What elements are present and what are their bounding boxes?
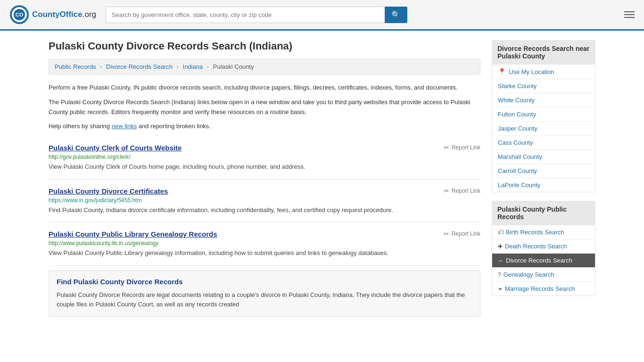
link-items: Pulaski County Clerk of Courts Website ✂… bbox=[49, 136, 480, 266]
public-records-header: Pulaski County Public Records bbox=[492, 201, 595, 225]
nearby-link-4[interactable]: Cass County bbox=[498, 139, 533, 146]
logo-icon: CO bbox=[9, 5, 29, 25]
find-section-desc: Pulaski County Divorce Records are legal… bbox=[57, 290, 472, 310]
nearby-link-6[interactable]: Carroll County bbox=[498, 167, 537, 174]
main-content: Pulaski County Divorce Records Search (I… bbox=[49, 40, 480, 317]
menu-button[interactable] bbox=[624, 11, 635, 18]
intro-p3: Help others by sharing new links and rep… bbox=[49, 122, 480, 132]
nearby-item[interactable]: Starke County bbox=[492, 79, 595, 93]
public-records-section: Pulaski County Public Records 🏷Birth Rec… bbox=[492, 201, 595, 296]
breadcrumb-link-indiana[interactable]: Indiana bbox=[183, 63, 203, 70]
public-records-link-2[interactable]: Divorce Records Search bbox=[506, 257, 572, 264]
link-url-0[interactable]: http://gov.pulaskionline.org/clerk/ bbox=[49, 154, 480, 160]
find-section: Find Pulaski County Divorce Records Pula… bbox=[49, 271, 480, 317]
report-icon-0: ✂ bbox=[444, 144, 449, 151]
public-records-link-0[interactable]: Birth Records Search bbox=[506, 229, 564, 236]
link-desc-2: View Pulaski County Public Library genea… bbox=[49, 248, 480, 258]
public-records-item[interactable]: 🏷Birth Records Search bbox=[492, 225, 595, 239]
link-item: Pulaski County Public Library Genealogy … bbox=[49, 222, 480, 266]
nearby-link-0[interactable]: Starke County bbox=[498, 82, 537, 90]
link-url-1[interactable]: https://www.in.gov/judiciary/5455.htm bbox=[49, 197, 480, 204]
sidebar: Divorce Records Search near Pulaski Coun… bbox=[492, 40, 595, 317]
nearby-list: 📍 Use My Location Starke CountyWhite Cou… bbox=[492, 65, 595, 192]
link-url-anchor-2[interactable]: http://www.pulaskicounty.lib.in.us/genea… bbox=[49, 240, 158, 247]
link-title-0[interactable]: Pulaski County Clerk of Courts Website bbox=[49, 144, 182, 152]
rec-icon-0: 🏷 bbox=[498, 229, 504, 236]
nearby-link-5[interactable]: Marshall County bbox=[498, 153, 542, 160]
link-desc-0: View Pulaski County Clerk of Courts home… bbox=[49, 162, 480, 172]
report-link-btn-2[interactable]: ✂ Report Link bbox=[444, 230, 480, 238]
public-records-list: 🏷Birth Records Search✚Death Records Sear… bbox=[492, 225, 595, 296]
find-section-title: Find Pulaski County Divorce Records bbox=[57, 278, 472, 286]
public-records-link-1[interactable]: Death Records Search bbox=[505, 243, 567, 250]
nearby-item[interactable]: Jasper County bbox=[492, 122, 595, 136]
search-button[interactable]: 🔍 bbox=[385, 7, 407, 23]
link-title-1[interactable]: Pulaski County Divorce Certificates bbox=[49, 187, 168, 195]
breadcrumb: Public Records › Divorce Records Search … bbox=[49, 59, 480, 74]
link-item: Pulaski County Clerk of Courts Website ✂… bbox=[49, 136, 480, 180]
link-desc-1: Find Pulaski County, Indiana divorce cer… bbox=[49, 206, 480, 215]
breadcrumb-link-public-records[interactable]: Public Records bbox=[55, 63, 96, 70]
nearby-link-1[interactable]: White County bbox=[498, 97, 535, 104]
breadcrumb-link-divorce-records-search[interactable]: Divorce Records Search bbox=[106, 63, 173, 70]
nearby-header: Divorce Records Search near Pulaski Coun… bbox=[492, 40, 595, 65]
rec-icon-2: ↔ bbox=[498, 257, 504, 264]
report-link-btn-1[interactable]: ✂ Report Link bbox=[444, 187, 480, 195]
public-records-item[interactable]: ✚Death Records Search bbox=[492, 239, 595, 254]
use-location-item[interactable]: 📍 Use My Location bbox=[492, 65, 595, 79]
page-title: Pulaski County Divorce Records Search (I… bbox=[49, 40, 480, 52]
new-links-link[interactable]: new links bbox=[112, 123, 137, 130]
rec-icon-1: ✚ bbox=[498, 243, 503, 250]
report-icon-2: ✂ bbox=[444, 230, 449, 238]
nearby-link-3[interactable]: Jasper County bbox=[498, 125, 537, 132]
logo-text: CountyOffice.org bbox=[32, 10, 96, 19]
search-bar: 🔍 bbox=[106, 7, 407, 23]
nearby-item[interactable]: Fulton County bbox=[492, 107, 595, 122]
svg-text:CO: CO bbox=[16, 12, 24, 17]
nearby-link-7[interactable]: LaPorte County bbox=[498, 181, 540, 189]
nearby-item[interactable]: LaPorte County bbox=[492, 178, 595, 192]
site-header: CO CountyOffice.org 🔍 bbox=[0, 0, 644, 31]
nearby-item[interactable]: Marshall County bbox=[492, 150, 595, 164]
logo[interactable]: CO CountyOffice.org bbox=[9, 5, 96, 25]
nearby-item[interactable]: Cass County bbox=[492, 136, 595, 150]
main-wrap: Pulaski County Divorce Records Search (I… bbox=[39, 31, 605, 326]
report-link-btn-0[interactable]: ✂ Report Link bbox=[444, 144, 480, 151]
report-icon-1: ✂ bbox=[444, 187, 449, 195]
pin-icon: 📍 bbox=[498, 68, 506, 75]
nearby-link-2[interactable]: Fulton County bbox=[498, 111, 536, 118]
breadcrumb-current: Pulaski County bbox=[213, 63, 254, 70]
rec-icon-4: ⚭ bbox=[498, 286, 503, 292]
public-records-link-4[interactable]: Marriage Records Search bbox=[505, 285, 575, 292]
public-records-item[interactable]: ↔Divorce Records Search bbox=[492, 254, 595, 268]
nearby-item[interactable]: Carroll County bbox=[492, 164, 595, 178]
intro-p1: Perform a free Pulaski County, IN public… bbox=[49, 83, 480, 93]
hamburger-icon bbox=[624, 11, 635, 18]
link-title-2[interactable]: Pulaski County Public Library Genealogy … bbox=[49, 230, 217, 238]
link-url-anchor-0[interactable]: http://gov.pulaskionline.org/clerk/ bbox=[49, 154, 131, 160]
link-url-anchor-1[interactable]: https://www.in.gov/judiciary/5455.htm bbox=[49, 197, 141, 204]
link-url-2[interactable]: http://www.pulaskicounty.lib.in.us/genea… bbox=[49, 240, 480, 247]
link-item: Pulaski County Divorce Certificates ✂ Re… bbox=[49, 180, 480, 223]
search-input[interactable] bbox=[106, 7, 385, 23]
rec-icon-3: ? bbox=[498, 272, 501, 278]
intro-p2: The Pulaski County Divorce Records Searc… bbox=[49, 98, 480, 117]
public-records-item[interactable]: ⚭Marriage Records Search bbox=[492, 282, 595, 296]
nearby-section: Divorce Records Search near Pulaski Coun… bbox=[492, 40, 595, 192]
public-records-link-3[interactable]: Genealogy Search bbox=[504, 271, 554, 278]
nearby-item[interactable]: White County bbox=[492, 93, 595, 107]
use-location-link[interactable]: Use My Location bbox=[509, 68, 554, 75]
public-records-item[interactable]: ?Genealogy Search bbox=[492, 268, 595, 282]
